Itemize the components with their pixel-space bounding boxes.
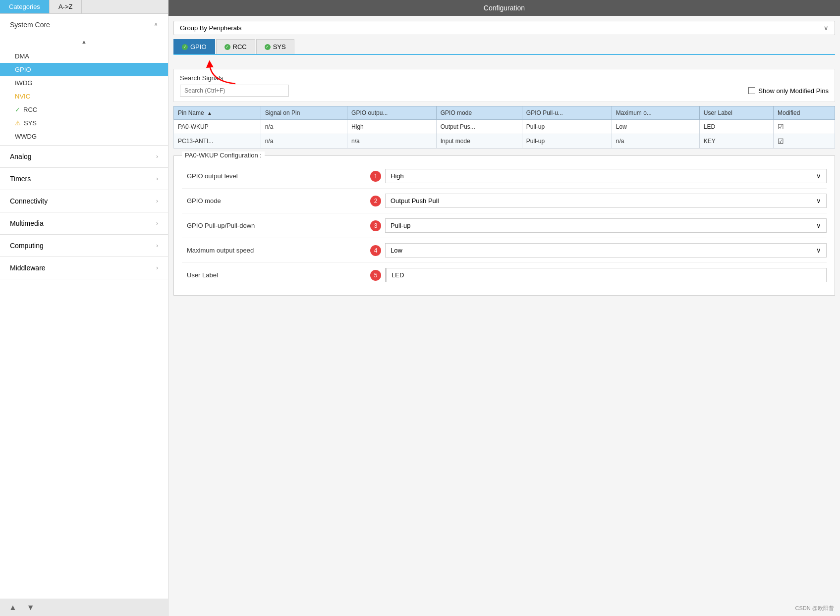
chevron-right-icon-computing: › <box>156 242 158 249</box>
tab-az[interactable]: A->Z <box>50 0 82 13</box>
value-gpio-mode: 2 Output Push Pull ∨ <box>370 194 827 208</box>
config-row-max-speed: Maximum output speed 4 Low ∨ <box>182 238 827 263</box>
cell-label-1: KEY <box>699 134 773 149</box>
warn-icon-sys: ⚠ <box>15 119 21 127</box>
search-input[interactable] <box>180 85 289 97</box>
input-user-label[interactable] <box>385 268 827 282</box>
section-timers: Timers › <box>0 168 168 190</box>
modified-pins-label: Show only Modified Pins <box>758 87 829 95</box>
value-user-label: 5 <box>370 268 827 282</box>
label-user-label: User Label <box>182 271 370 279</box>
col-modified[interactable]: Modified <box>773 106 835 120</box>
section-header-multimedia[interactable]: Multimedia › <box>0 212 168 234</box>
search-row: Show only Modified Pins <box>180 85 829 97</box>
dropdown-chevron-1: ∨ <box>816 172 821 180</box>
col-pin-name[interactable]: Pin Name ▲ <box>174 106 261 120</box>
rcc-tab-dot: ✓ <box>224 44 230 50</box>
sidebar-item-gpio[interactable]: GPIO <box>0 63 168 76</box>
section-computing: Computing › <box>0 235 168 257</box>
step-badge-1: 1 <box>370 171 381 182</box>
tabs-row: ✓ GPIO ✓ RCC ✓ SYS <box>173 39 835 55</box>
section-label-connectivity: Connectivity <box>10 197 48 205</box>
config-row-gpio-output-level: GPIO output level 1 High ∨ <box>182 164 827 189</box>
tab-categories[interactable]: Categories <box>0 0 50 13</box>
cell-gpio-output-1: n/a <box>347 134 437 149</box>
pa0-config-title: PA0-WKUP Configuration : <box>182 152 265 159</box>
sidebar-item-wwdg[interactable]: WWDG <box>0 130 168 143</box>
section-header-middleware[interactable]: Middleware › <box>0 257 168 279</box>
rcc-label: RCC <box>23 106 37 113</box>
nav-down-button[interactable]: ▼ <box>22 601 40 614</box>
tabs-container: ✓ GPIO ✓ RCC ✓ SYS <box>173 39 835 55</box>
section-header-system-core[interactable]: System Core ∨ <box>0 14 168 36</box>
tab-sys[interactable]: ✓ SYS <box>256 39 294 54</box>
value-gpio-pull: 3 Pull-up ∨ <box>370 218 827 233</box>
sys-tab-label: SYS <box>273 43 286 51</box>
sidebar-tabs: Categories A->Z <box>0 0 168 14</box>
step-badge-4: 4 <box>370 245 381 256</box>
dropdown-gpio-mode[interactable]: Output Push Pull ∨ <box>385 194 827 208</box>
dropdown-gpio-output-level[interactable]: High ∨ <box>385 169 827 183</box>
config-row-gpio-mode: GPIO mode 2 Output Push Pull ∨ <box>182 189 827 213</box>
col-max-output[interactable]: Maximum o... <box>612 106 699 120</box>
cell-max-0: Low <box>612 120 699 134</box>
search-signals-label: Search Signals <box>180 74 829 82</box>
dropdown-max-speed[interactable]: Low ∨ <box>385 243 827 257</box>
group-by-row[interactable]: Group By Peripherals ∨ <box>173 21 835 35</box>
table-row[interactable]: PC13-ANTI... n/a n/a Input mode Pull-up … <box>174 134 835 149</box>
sidebar-item-dma[interactable]: DMA <box>0 50 168 63</box>
nav-up-button[interactable]: ▲ <box>4 601 22 614</box>
section-header-analog[interactable]: Analog › <box>0 146 168 167</box>
section-analog: Analog › <box>0 146 168 168</box>
value-max-speed: 4 Low ∨ <box>370 243 827 257</box>
cell-signal-1: n/a <box>261 134 347 149</box>
nvic-label: NVIC <box>15 93 30 100</box>
cell-modified-0: ☑ <box>773 120 835 134</box>
sidebar-item-rcc[interactable]: ✓ RCC <box>0 103 168 116</box>
chevron-up-icon: ∨ <box>154 21 158 28</box>
step-badge-3: 3 <box>370 220 381 231</box>
config-row-user-label: User Label 5 <box>182 263 827 287</box>
section-header-connectivity[interactable]: Connectivity › <box>0 190 168 212</box>
gpio-label: GPIO <box>15 66 31 73</box>
col-gpio-pull[interactable]: GPIO Pull-u... <box>522 106 612 120</box>
modified-pins-checkbox[interactable] <box>748 87 755 94</box>
col-user-label[interactable]: User Label <box>699 106 773 120</box>
iwdg-label: IWDG <box>15 79 32 87</box>
dropdown-value-gpio-pull: Pull-up <box>391 222 410 229</box>
config-row-gpio-pull: GPIO Pull-up/Pull-down 3 Pull-up ∨ <box>182 213 827 238</box>
config-header: Configuration <box>168 0 840 16</box>
section-multimedia: Multimedia › <box>0 212 168 235</box>
sidebar-item-nvic[interactable]: NVIC <box>0 90 168 103</box>
section-header-timers[interactable]: Timers › <box>0 168 168 190</box>
label-gpio-pull: GPIO Pull-up/Pull-down <box>182 222 370 229</box>
cell-pull-0: Pull-up <box>522 120 612 134</box>
dropdown-gpio-pull[interactable]: Pull-up ∨ <box>385 218 827 233</box>
sidebar-item-sys[interactable]: ⚠ SYS <box>0 116 168 130</box>
cell-modified-1: ☑ <box>773 134 835 149</box>
search-section: Search Signals Show only Modified Pins <box>173 69 835 102</box>
step-badge-2: 2 <box>370 196 381 206</box>
gpio-tab-label: GPIO <box>190 43 207 51</box>
sidebar: Categories A->Z System Core ∨ ▲ DMA GPIO… <box>0 0 168 616</box>
col-gpio-mode[interactable]: GPIO mode <box>436 106 522 120</box>
chevron-right-icon-multimedia: › <box>156 220 158 227</box>
watermark: CSDN @欧阳昔 <box>795 605 834 612</box>
section-label-computing: Computing <box>10 242 44 250</box>
config-area: Group By Peripherals ∨ ✓ GPIO ✓ RCC ✓ <box>168 16 840 616</box>
section-label-timers: Timers <box>10 175 31 183</box>
section-system-core: System Core ∨ ▲ DMA GPIO IWDG NVIC ✓ <box>0 14 168 146</box>
section-header-computing[interactable]: Computing › <box>0 235 168 257</box>
dropdown-value-gpio-mode: Output Push Pull <box>391 197 439 205</box>
col-gpio-output[interactable]: GPIO outpu... <box>347 106 437 120</box>
pa0-config-section: PA0-WKUP Configuration : GPIO output lev… <box>173 155 835 296</box>
section-label-middleware: Middleware <box>10 264 46 272</box>
sidebar-item-iwdg[interactable]: IWDG <box>0 76 168 90</box>
section-label-analog: Analog <box>10 153 32 160</box>
label-gpio-output-level: GPIO output level <box>182 172 370 180</box>
table-row[interactable]: PA0-WKUP n/a High Output Pus... Pull-up … <box>174 120 835 134</box>
dropdown-value-gpio-output-level: High <box>391 172 404 180</box>
tab-gpio[interactable]: ✓ GPIO <box>173 39 215 54</box>
col-signal[interactable]: Signal on Pin <box>261 106 347 120</box>
tab-rcc[interactable]: ✓ RCC <box>216 39 255 54</box>
